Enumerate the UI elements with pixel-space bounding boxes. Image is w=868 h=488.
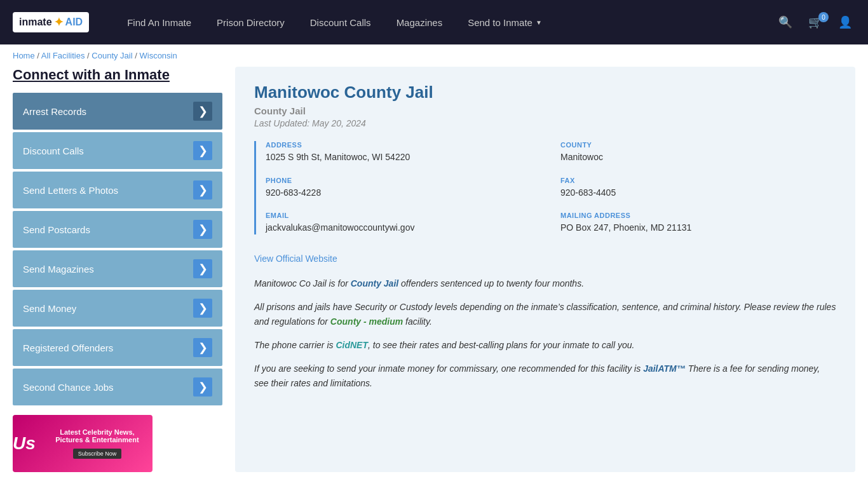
ad-subscribe-button[interactable]: Subscribe Now: [73, 449, 122, 459]
email-block: EMAIL jackvalukas@manitowoccountywi.gov: [266, 212, 541, 234]
sidebar: Connect with an Inmate Arrest Records ❯ …: [13, 67, 222, 472]
county-block: COUNTY Manitowoc: [560, 141, 836, 164]
cart-badge: 0: [818, 12, 829, 22]
navbar-icons: 🔍 🛒 0 👤: [775, 12, 855, 32]
search-icon[interactable]: 🔍: [775, 12, 796, 32]
breadcrumb: Home / All Facilities / County Jail / Wi…: [0, 44, 868, 67]
logo-aid-text: AID: [65, 17, 83, 28]
breadcrumb-all-facilities[interactable]: All Facilities: [41, 51, 85, 60]
fax-block: FAX 920-683-4405: [560, 177, 836, 200]
cidnet-link[interactable]: CidNET: [336, 340, 368, 350]
breadcrumb-county-jail[interactable]: County Jail: [92, 51, 132, 60]
breadcrumb-state[interactable]: Wisconsin: [139, 51, 177, 60]
sidebar-item-second-chance-jobs[interactable]: Second Chance Jobs ❯: [13, 369, 222, 405]
phone-value: 920-683-4228: [266, 187, 541, 200]
jailatm-link[interactable]: JailATM™: [643, 363, 686, 374]
address-label: ADDRESS: [266, 141, 541, 149]
mailing-label: MAILING ADDRESS: [560, 212, 836, 219]
facility-info-grid: ADDRESS 1025 S 9th St, Manitowoc, WI 542…: [254, 141, 836, 234]
logo-star-icon: ✦: [54, 15, 64, 29]
cart-button[interactable]: 🛒 0: [805, 15, 825, 29]
user-icon[interactable]: 👤: [835, 12, 855, 32]
email-value: jackvalukas@manitowoccountywi.gov: [266, 222, 541, 234]
arrow-icon: ❯: [193, 102, 212, 121]
sidebar-item-send-letters[interactable]: Send Letters & Photos ❯: [13, 172, 222, 208]
ad-logo: Us: [13, 433, 36, 454]
arrow-icon: ❯: [193, 259, 212, 278]
arrow-icon: ❯: [193, 220, 212, 239]
desc-para-4: If you are seeking to send your inmate m…: [254, 362, 836, 390]
sidebar-item-arrest-records[interactable]: Arrest Records ❯: [13, 93, 222, 130]
county-jail-link[interactable]: County Jail: [351, 278, 398, 288]
description-section: Manitowoc Co Jail is for County Jail off…: [254, 276, 836, 390]
email-label: EMAIL: [266, 212, 541, 219]
nav-magazines[interactable]: Magazines: [384, 0, 456, 44]
sidebar-item-registered-offenders[interactable]: Registered Offenders ❯: [13, 329, 222, 366]
county-label: COUNTY: [560, 141, 836, 149]
nav-links: Find An Inmate Prison Directory Discount…: [114, 0, 775, 44]
sidebar-item-discount-calls[interactable]: Discount Calls ❯: [13, 132, 222, 169]
view-website-link[interactable]: View Official Website: [254, 254, 337, 264]
arrow-icon: ❯: [193, 377, 212, 396]
breadcrumb-home[interactable]: Home: [13, 51, 35, 60]
nav-find-inmate[interactable]: Find An Inmate: [114, 0, 204, 44]
logo[interactable]: inmate ✦ AID: [13, 12, 89, 32]
county-value: Manitowoc: [560, 151, 836, 164]
nav-discount-calls[interactable]: Discount Calls: [297, 0, 384, 44]
phone-label: PHONE: [266, 177, 541, 184]
mailing-value: PO Box 247, Phoenix, MD 21131: [560, 222, 836, 234]
arrow-icon: ❯: [193, 141, 212, 160]
facility-type: County Jail: [254, 105, 836, 116]
mailing-block: MAILING ADDRESS PO Box 247, Phoenix, MD …: [560, 212, 836, 234]
main-layout: Connect with an Inmate Arrest Records ❯ …: [0, 67, 868, 485]
fax-value: 920-683-4405: [560, 187, 836, 200]
nav-send-to-inmate[interactable]: Send to Inmate ▼: [455, 0, 555, 44]
sidebar-item-send-magazines[interactable]: Send Magazines ❯: [13, 250, 222, 287]
arrow-icon: ❯: [193, 338, 212, 357]
county-medium-link[interactable]: County - medium: [330, 316, 403, 327]
advertisement[interactable]: Us Latest Celebrity News, Pictures & Ent…: [13, 415, 153, 472]
ad-content: Latest Celebrity News, Pictures & Entert…: [42, 422, 153, 465]
fax-label: FAX: [560, 177, 836, 184]
sidebar-item-send-postcards[interactable]: Send Postcards ❯: [13, 211, 222, 248]
phone-block: PHONE 920-683-4228: [266, 177, 541, 200]
content-area: Manitowoc County Jail County Jail Last U…: [235, 67, 855, 472]
chevron-down-icon: ▼: [536, 19, 542, 26]
facility-name: Manitowoc County Jail: [254, 83, 836, 102]
desc-para-3: The phone carrier is CidNET, to see thei…: [254, 338, 836, 352]
desc-para-1: Manitowoc Co Jail is for County Jail off…: [254, 276, 836, 290]
sidebar-item-send-money[interactable]: Send Money ❯: [13, 290, 222, 327]
logo-inmate-text: inmate: [19, 17, 52, 28]
facility-updated: Last Updated: May 20, 2024: [254, 118, 836, 128]
arrow-icon: ❯: [193, 299, 212, 318]
desc-para-2: All prisons and jails have Security or C…: [254, 300, 836, 329]
navbar: inmate ✦ AID Find An Inmate Prison Direc…: [0, 0, 868, 44]
sidebar-title: Connect with an Inmate: [13, 67, 222, 83]
address-value: 1025 S 9th St, Manitowoc, WI 54220: [266, 151, 541, 164]
ad-title: Latest Celebrity News, Pictures & Entert…: [48, 428, 146, 444]
arrow-icon: ❯: [193, 180, 212, 200]
address-block: ADDRESS 1025 S 9th St, Manitowoc, WI 542…: [266, 141, 541, 164]
nav-prison-directory[interactable]: Prison Directory: [204, 0, 297, 44]
